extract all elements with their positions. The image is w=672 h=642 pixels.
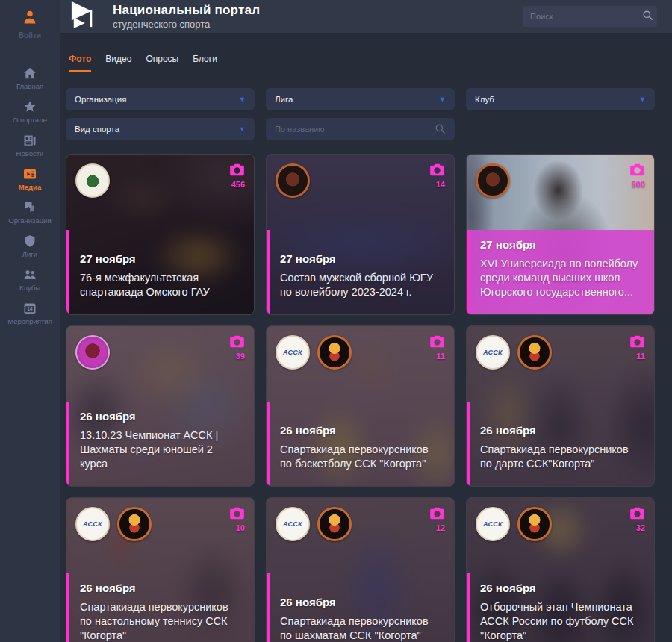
filter-club-select[interactable]: Клуб ▼: [466, 88, 655, 110]
camera-icon: [429, 335, 445, 348]
org-logo-assk: АССК: [476, 507, 510, 541]
filter-organization-select[interactable]: Организация ▼: [66, 88, 255, 110]
media-icon: [23, 167, 37, 181]
shield-icon: [23, 234, 37, 248]
card-meta: 26 ноября 13.10.23 Чемпионат АССК | Шахм…: [66, 410, 254, 486]
photo-count-badge: 456: [229, 163, 245, 189]
sidebar-item-leagues[interactable]: Лиги: [0, 234, 60, 267]
chevron-down-icon: ▼: [439, 96, 446, 103]
filter-club-label: Клуб: [475, 95, 494, 104]
filter-title-search: [266, 118, 455, 140]
photo-card[interactable]: АССК 10 26 ноября Спартакиада первокурсн…: [66, 497, 255, 642]
card-title: Спартакиада первокурсников по дартс ССК"…: [480, 443, 641, 471]
org-logo-omsk-gau: [75, 163, 110, 198]
sidebar-item-media[interactable]: Медиа: [0, 167, 60, 200]
brand-text: Национальный портал студенческого спорта: [113, 3, 260, 30]
people-icon: [23, 268, 37, 281]
photo-card[interactable]: АССК 11 26 ноября Спартакиада первокурсн…: [466, 325, 655, 487]
org-logo-assk-club: [75, 335, 110, 370]
card-meta: 27 ноября XVI Универсиада по волейболу с…: [467, 238, 654, 314]
card-title: Спартакиада первокурсников по шахматам С…: [280, 614, 441, 642]
chevron-down-icon: ▼: [239, 96, 246, 103]
star-icon: [23, 100, 37, 113]
card-meta: 26 ноября Спартакиада первокурсников по …: [467, 424, 654, 486]
camera-icon: [229, 163, 245, 176]
card-meta: 26 ноября Спартакиада первокурсников по …: [66, 582, 254, 642]
sidebar-item-news[interactable]: Новости: [0, 134, 60, 166]
card-meta: 26 ноября Спартакиада первокурсников по …: [267, 424, 454, 486]
calendar-day-number: 14: [27, 306, 33, 311]
sidebar-item-events[interactable]: 14 Мероприятия: [0, 302, 60, 334]
search-icon[interactable]: [435, 123, 446, 136]
filter-sport-label: Вид спорта: [75, 125, 119, 134]
photo-count: 500: [629, 180, 645, 189]
tab-photo[interactable]: Фото: [69, 54, 91, 72]
content: Фото Видео Опросы Блоги Организация ▼ Ли…: [60, 34, 672, 642]
card-date: 27 ноября: [280, 252, 441, 265]
photo-count-badge: 14: [429, 163, 445, 189]
sidebar-item-about[interactable]: О портале: [0, 100, 60, 133]
sidebar: Войти Главная О портале Новости Медиа Ор…: [0, 0, 60, 642]
login-label: Войти: [19, 31, 42, 40]
card-title: Спартакиада первокурсников по настольном…: [80, 600, 240, 642]
photo-count-badge: 11: [629, 335, 645, 361]
card-title: XVI Универсиада по волейболу среди коман…: [480, 257, 641, 299]
org-logo-assk: АССК: [276, 507, 310, 541]
photo-count: 11: [429, 352, 445, 361]
photo-count-badge: 12: [429, 507, 445, 532]
title-search-input[interactable]: [275, 125, 429, 134]
sidebar-item-home[interactable]: Главная: [0, 66, 60, 99]
card-title: Спартакиада первокурсников по баскетболу…: [280, 443, 441, 471]
photo-card[interactable]: 14 27 ноября Состав мужской сборной ЮГУ …: [266, 154, 455, 315]
tab-video[interactable]: Видео: [105, 54, 131, 72]
search-icon[interactable]: [642, 10, 653, 24]
camera-icon: [229, 335, 245, 348]
brand[interactable]: Национальный портал студенческого спорта: [70, 0, 260, 33]
org-logo-assk: АССК: [75, 507, 110, 541]
login-button[interactable]: Войти: [19, 9, 42, 40]
tab-blogs[interactable]: Блоги: [193, 54, 217, 72]
org-logo-kogorta: [117, 507, 152, 541]
photo-count-badge: 11: [429, 335, 445, 361]
filter-league-select[interactable]: Лига ▼: [266, 88, 455, 110]
sidebar-item-clubs[interactable]: Клубы: [0, 268, 60, 301]
card-meta: 26 ноября Спартакиада первокурсников по …: [267, 596, 454, 642]
home-icon: [23, 66, 37, 80]
flag-logo-icon: [70, 0, 97, 33]
brand-divider: [105, 3, 105, 30]
filter-sport-select[interactable]: Вид спорта ▼: [66, 118, 255, 140]
flag-icon: [23, 201, 37, 214]
filter-organization-label: Организация: [75, 95, 126, 104]
photo-card[interactable]: АССК 32 26 ноября Отборочный этап Чемпио…: [466, 497, 655, 642]
sidebar-item-organizations[interactable]: Организации: [0, 201, 60, 234]
user-icon: [22, 9, 38, 28]
card-date: 27 ноября: [80, 252, 240, 265]
card-date: 26 ноября: [80, 410, 240, 423]
photo-count: 10: [229, 523, 245, 532]
photo-card[interactable]: АССК 12 26 ноября Спартакиада первокурсн…: [266, 497, 455, 642]
photo-count: 32: [629, 523, 645, 532]
org-logo-assk: АССК: [476, 335, 510, 370]
main-area: Национальный портал студенческого спорта…: [60, 0, 672, 642]
photo-card[interactable]: 39 26 ноября 13.10.23 Чемпионат АССК | Ш…: [66, 325, 255, 487]
sidebar-nav: Главная О портале Новости Медиа Организа…: [0, 66, 60, 335]
photo-card[interactable]: 456 27 ноября 76-я межфакультетская спар…: [66, 154, 255, 315]
search-input[interactable]: [530, 12, 636, 21]
app-root: Войти Главная О портале Новости Медиа Ор…: [0, 0, 672, 642]
chevron-down-icon: ▼: [639, 96, 646, 103]
photo-card[interactable]: АССК 11 26 ноября Спартакиада первокурсн…: [266, 325, 455, 487]
tab-polls[interactable]: Опросы: [146, 54, 178, 72]
photo-grid: 456 27 ноября 76-я межфакультетская спар…: [66, 154, 655, 642]
card-title: Отборочный этап Чемпионата АССК России п…: [480, 600, 641, 642]
photo-count-badge: 10: [229, 507, 245, 532]
org-logo-kogorta: [317, 507, 352, 541]
photo-count: 39: [229, 352, 245, 361]
photo-count: 12: [429, 523, 445, 532]
camera-icon: [629, 335, 645, 348]
photo-count-badge: 500: [629, 163, 645, 189]
camera-icon: [429, 163, 445, 176]
photo-count: 456: [229, 180, 245, 189]
photo-card[interactable]: 500 27 ноября XVI Универсиада по волейбо…: [466, 154, 655, 315]
calendar-icon: 14: [23, 302, 37, 315]
filter-league-label: Лига: [275, 95, 293, 104]
